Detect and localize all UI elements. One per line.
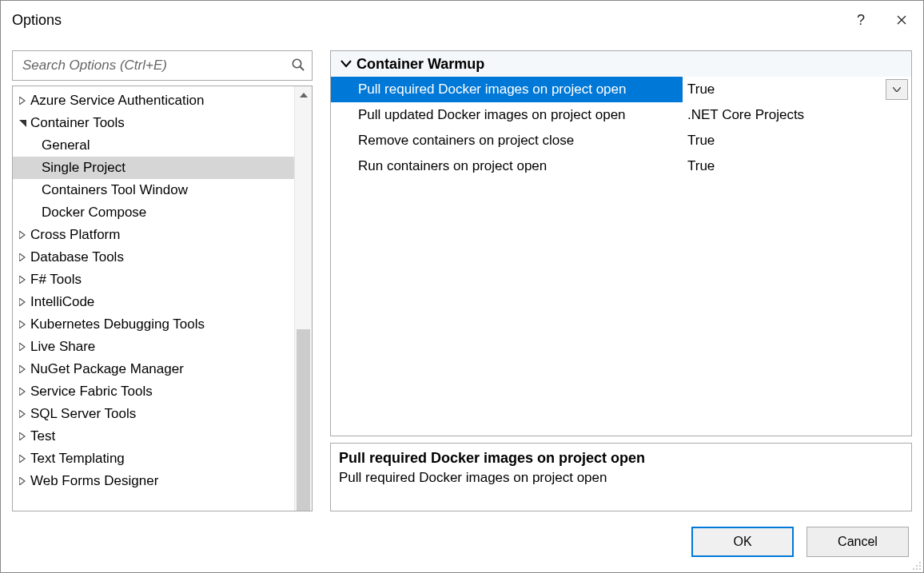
chevron-right-icon[interactable] [16, 385, 29, 398]
description-title: Pull required Docker images on project o… [339, 450, 903, 467]
tree-item[interactable]: Cross Platform [13, 224, 294, 246]
tree-item-label: Containers Tool Window [42, 182, 188, 198]
property-label: Remove containers on project close [331, 128, 683, 153]
tree-item[interactable]: Database Tools [13, 246, 294, 269]
chevron-right-icon[interactable] [16, 296, 29, 308]
property-value[interactable]: True [683, 77, 911, 102]
ok-button[interactable]: OK [691, 527, 794, 557]
tree-item-label: IntelliCode [30, 294, 94, 310]
property-row[interactable]: Pull updated Docker images on project op… [331, 102, 911, 128]
tree-item[interactable]: Container Tools [13, 112, 294, 134]
tree-item[interactable]: Text Templating [13, 448, 294, 470]
left-pane: Azure Service AuthenticationContainer To… [12, 50, 313, 511]
svg-point-6 [919, 568, 921, 570]
dialog-footer: OK Cancel [1, 511, 923, 572]
property-grid-empty [331, 179, 911, 436]
property-value-text: .NET Core Projects [687, 107, 804, 123]
tree-item[interactable]: Kubernetes Debugging Tools [13, 313, 294, 336]
dialog-body: Azure Service AuthenticationContainer To… [1, 39, 923, 511]
chevron-down-icon [893, 87, 901, 92]
chevron-right-icon[interactable] [16, 229, 29, 241]
chevron-down-icon [336, 60, 356, 68]
svg-point-0 [293, 59, 301, 67]
property-label: Pull required Docker images on project o… [331, 77, 683, 102]
svg-point-1 [919, 562, 921, 563]
tree-item[interactable]: Containers Tool Window [13, 179, 294, 201]
chevron-right-icon[interactable] [16, 94, 29, 107]
tree-item-label: Live Share [30, 339, 95, 355]
chevron-right-icon[interactable] [16, 273, 29, 286]
scroll-thumb[interactable] [297, 329, 310, 511]
tree-item-label: F# Tools [30, 272, 82, 288]
tree-item[interactable]: SQL Server Tools [13, 403, 294, 425]
chevron-right-icon[interactable] [16, 452, 29, 465]
property-description: Pull required Docker images on project o… [330, 443, 912, 511]
tree-scrollbar[interactable] [294, 86, 312, 511]
right-pane: Container Warmup Pull required Docker im… [330, 50, 912, 511]
tree-item-label: SQL Server Tools [30, 406, 136, 422]
property-value[interactable]: True [683, 153, 911, 179]
close-icon [897, 15, 906, 25]
property-value-text: True [687, 158, 715, 174]
tree-item-label: Test [30, 428, 55, 444]
property-value[interactable]: True [683, 128, 911, 153]
chevron-right-icon[interactable] [16, 408, 29, 420]
property-row[interactable]: Run containers on project openTrue [331, 153, 911, 179]
scroll-up-icon[interactable] [295, 86, 312, 104]
property-row[interactable]: Pull required Docker images on project o… [331, 77, 911, 102]
tree-item-label: Web Forms Designer [30, 473, 158, 489]
property-grid[interactable]: Container Warmup Pull required Docker im… [330, 50, 912, 436]
description-text: Pull required Docker images on project o… [339, 470, 903, 486]
chevron-down-icon[interactable] [16, 117, 29, 129]
property-row[interactable]: Remove containers on project closeTrue [331, 128, 911, 153]
tree-item[interactable]: Docker Compose [13, 201, 294, 224]
chevron-right-icon[interactable] [16, 340, 29, 353]
property-category[interactable]: Container Warmup [331, 51, 911, 77]
tree-item-label: Single Project [42, 160, 125, 176]
tree-item[interactable]: Web Forms Designer [13, 470, 294, 492]
scroll-track[interactable] [295, 104, 312, 493]
tree-item[interactable]: F# Tools [13, 269, 294, 291]
property-value-text: True [687, 133, 715, 149]
tree-item-label: Kubernetes Debugging Tools [30, 316, 205, 332]
svg-point-2 [916, 565, 918, 567]
tree-item[interactable]: General [13, 134, 294, 157]
property-label: Run containers on project open [331, 153, 683, 179]
svg-point-5 [916, 568, 918, 570]
options-dialog: Options ? Azure Service AuthenticationCo… [0, 0, 924, 573]
svg-point-4 [913, 568, 914, 570]
tree-item[interactable]: Test [13, 425, 294, 448]
tree-item-label: Docker Compose [42, 205, 146, 221]
options-tree[interactable]: Azure Service AuthenticationContainer To… [13, 86, 294, 511]
search-box[interactable] [12, 50, 313, 81]
tree-item-label: Cross Platform [30, 227, 120, 243]
titlebar: Options ? [1, 1, 923, 39]
property-value[interactable]: .NET Core Projects [683, 102, 911, 128]
resize-grip-icon[interactable] [910, 559, 922, 571]
tree-item[interactable]: NuGet Package Manager [13, 358, 294, 380]
help-button[interactable]: ? [842, 1, 880, 39]
chevron-right-icon[interactable] [16, 318, 29, 331]
cancel-button[interactable]: Cancel [807, 527, 909, 557]
tree-item[interactable]: Azure Service Authentication [13, 90, 294, 112]
tree-item[interactable]: Single Project [13, 157, 294, 179]
chevron-right-icon[interactable] [16, 475, 29, 487]
tree-item[interactable]: Live Share [13, 336, 294, 358]
chevron-right-icon[interactable] [16, 430, 29, 443]
tree-item-label: Text Templating [30, 451, 125, 467]
window-title: Options [12, 12, 842, 29]
svg-point-3 [919, 565, 921, 567]
property-value-text: True [687, 82, 715, 97]
property-label: Pull updated Docker images on project op… [331, 102, 683, 128]
chevron-right-icon[interactable] [16, 363, 29, 376]
tree-item[interactable]: IntelliCode [13, 291, 294, 313]
dropdown-button[interactable] [886, 79, 908, 100]
close-button[interactable] [880, 1, 923, 39]
options-tree-container: Azure Service AuthenticationContainer To… [12, 86, 313, 511]
tree-item[interactable]: Service Fabric Tools [13, 380, 294, 403]
tree-item-label: Container Tools [30, 115, 125, 131]
search-input[interactable] [21, 57, 291, 74]
chevron-right-icon[interactable] [16, 251, 29, 264]
tree-item-label: Database Tools [30, 249, 124, 265]
tree-item-label: NuGet Package Manager [30, 361, 184, 377]
